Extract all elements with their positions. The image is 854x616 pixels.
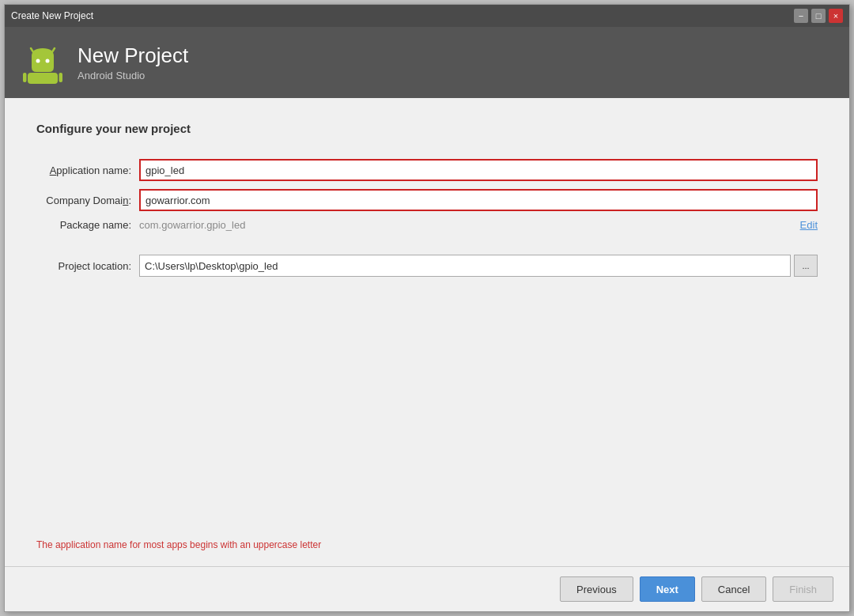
cancel-button[interactable]: Cancel xyxy=(701,576,766,602)
title-bar: Create New Project − □ × xyxy=(5,5,849,27)
title-bar-controls: − □ × xyxy=(794,9,843,23)
minimize-button[interactable]: − xyxy=(794,9,808,23)
maximize-button[interactable]: □ xyxy=(811,9,826,23)
svg-rect-4 xyxy=(28,73,58,84)
previous-button[interactable]: Previous xyxy=(560,576,633,602)
warning-text: The application name for most apps begin… xyxy=(36,531,818,550)
next-button[interactable]: Next xyxy=(640,576,695,602)
svg-rect-5 xyxy=(23,73,27,82)
browse-button[interactable]: ... xyxy=(794,255,818,277)
section-title: Configure your new project xyxy=(36,122,818,135)
svg-point-2 xyxy=(36,59,40,63)
svg-point-3 xyxy=(46,59,50,63)
package-name-value: com.gowarrior.gpio_led xyxy=(139,219,792,231)
footer: Previous Next Cancel Finish xyxy=(5,566,849,611)
company-domain-label: Company Domain: xyxy=(36,195,139,206)
package-name-label: Package name: xyxy=(36,219,139,231)
form-area: Application name: Company Domain: Packag… xyxy=(36,159,818,531)
project-location-label: Project location: xyxy=(36,260,139,272)
content-area: Configure your new project Application n… xyxy=(5,98,849,566)
header-text: New Project Android Studio xyxy=(77,43,188,81)
company-domain-input[interactable] xyxy=(139,189,818,211)
project-location-row: Project location: ... xyxy=(36,255,818,277)
company-domain-row: Company Domain: xyxy=(36,189,818,211)
app-name-input[interactable] xyxy=(139,159,818,181)
header-title: New Project xyxy=(77,43,188,68)
close-button[interactable]: × xyxy=(829,9,843,23)
package-name-row: Package name: com.gowarrior.gpio_led Edi… xyxy=(36,219,818,231)
project-location-input[interactable] xyxy=(139,255,791,277)
android-logo-icon xyxy=(21,40,65,85)
edit-package-link[interactable]: Edit xyxy=(800,219,818,231)
svg-rect-6 xyxy=(59,73,63,82)
app-name-label: Application name: xyxy=(36,164,139,176)
window-title: Create New Project xyxy=(11,10,93,21)
main-window: Create New Project − □ × xyxy=(4,4,850,612)
finish-button[interactable]: Finish xyxy=(773,576,833,602)
header: New Project Android Studio xyxy=(5,27,849,98)
app-name-row: Application name: xyxy=(36,159,818,181)
header-subtitle: Android Studio xyxy=(77,70,188,81)
